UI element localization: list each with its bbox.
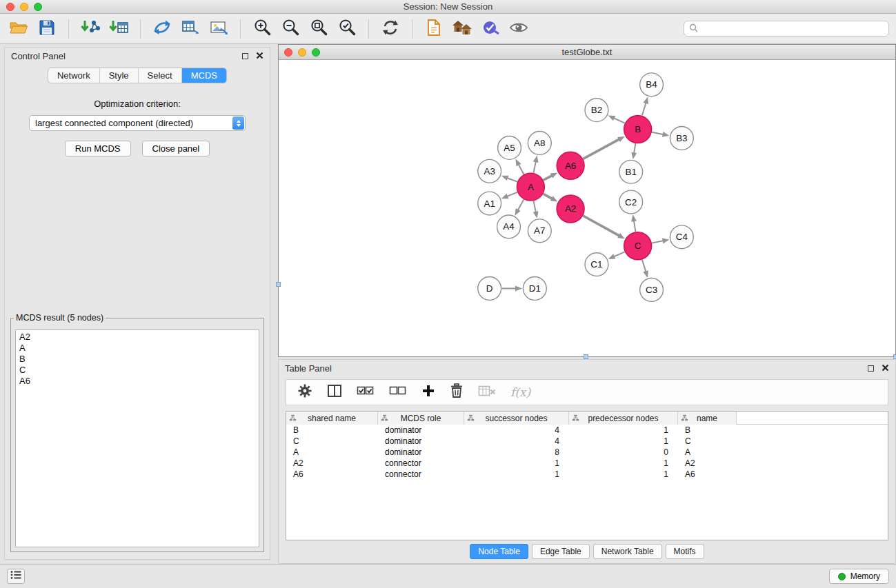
graph-edge[interactable] [534,201,536,212]
close-window-button[interactable] [6,3,14,11]
show-hide-button[interactable] [507,17,530,41]
add-column-button[interactable] [421,384,435,401]
graph-node-a3[interactable]: A3 [478,159,501,183]
graph-node-a4[interactable]: A4 [497,215,521,239]
result-item[interactable]: C [19,365,255,376]
graph-node-b4[interactable]: B4 [640,73,664,97]
table-row[interactable]: Adominator80A [286,447,888,458]
graph-node-d1[interactable]: D1 [523,277,546,301]
graph-node-c4[interactable]: C4 [670,225,693,249]
graph-node-c2[interactable]: C2 [619,190,643,214]
close-panel-button[interactable]: Close panel [142,141,210,156]
result-item[interactable]: A6 [19,376,255,387]
graph-edge[interactable] [614,252,624,256]
float-panel-icon[interactable] [868,365,874,372]
function-builder-button[interactable]: f(x) [510,385,530,399]
zoom-view-button[interactable] [312,48,320,57]
column-header[interactable]: successor nodes [464,412,569,425]
graph-edge[interactable] [583,216,619,236]
apply-layout-button[interactable] [379,17,402,41]
column-header[interactable]: predecessor nodes [569,412,678,425]
table-row[interactable]: Cdominator41C [286,436,888,447]
import-table-button[interactable] [107,17,130,41]
column-header[interactable]: name [678,412,737,425]
graph-node-a5[interactable]: A5 [498,136,521,159]
graph-node-b1[interactable]: B1 [619,160,643,183]
graph-node-a7[interactable]: A7 [528,219,551,243]
graph-node-a8[interactable]: A8 [528,132,551,155]
graph-edge[interactable] [544,194,552,199]
graph-node-c[interactable]: C [624,232,652,260]
graph-node-b2[interactable]: B2 [585,99,608,122]
tab-node-table[interactable]: Node Table [470,544,528,559]
graph-edge[interactable] [614,118,625,123]
tab-network[interactable]: Network [48,68,100,83]
minimize-view-button[interactable] [298,48,306,57]
result-item[interactable]: A [19,343,255,354]
graph-node-c3[interactable]: C3 [640,278,664,302]
zoom-fit-button[interactable] [307,17,330,41]
graph-node-a6[interactable]: A6 [557,152,584,179]
resize-handle[interactable] [276,282,281,287]
copy-document-button[interactable] [422,17,446,41]
table-row[interactable]: A6connector11A6 [286,469,888,480]
minimize-window-button[interactable] [20,3,28,11]
deselect-all-button[interactable] [389,384,407,401]
graph-node-d[interactable]: D [478,277,501,301]
graph-edge[interactable] [642,260,646,272]
close-panel-icon[interactable] [882,363,889,374]
graph-edge[interactable] [652,241,663,243]
result-item[interactable]: A2 [19,332,255,343]
network-svg[interactable]: B4B2BB3A5A8A6A3B1AC2A1A2A4A7C4CC1C3DD1 [279,61,895,356]
open-session-button[interactable] [7,17,30,41]
zoom-selected-button[interactable] [335,17,359,41]
column-header[interactable]: shared name [286,412,378,425]
graph-edge[interactable] [518,199,524,210]
delete-table-button[interactable] [478,384,496,401]
save-session-button[interactable] [35,17,59,41]
table-settings-button[interactable] [297,383,312,401]
graph-edge[interactable] [634,221,635,232]
result-item[interactable]: B [19,354,255,365]
zoom-out-button[interactable] [279,17,302,41]
graph-edge[interactable] [534,162,536,173]
close-panel-icon[interactable] [256,51,263,61]
graph-edge[interactable] [544,176,552,180]
export-image-button[interactable] [207,17,230,41]
graph-edge[interactable] [634,143,635,153]
table-row[interactable]: Bdominator41B [286,425,888,436]
task-history-button[interactable] [7,569,25,584]
graph-edge[interactable] [652,132,663,134]
resize-handle[interactable] [893,354,896,359]
zoom-window-button[interactable] [34,3,42,11]
column-header[interactable]: MCDS role [378,412,464,425]
zoom-in-button[interactable] [250,17,274,41]
network-canvas[interactable]: B4B2BB3A5A8A6A3B1AC2A1A2A4A7C4CC1C3DD1 [279,61,895,356]
graph-node-a2[interactable]: A2 [557,195,584,223]
show-columns-button[interactable] [327,383,342,401]
graph-edge[interactable] [642,103,646,116]
resize-handle[interactable] [584,354,588,359]
memory-button[interactable]: Memory [829,569,889,584]
graph-edge[interactable] [508,192,517,196]
delete-column-button[interactable] [450,383,464,401]
graph-node-a1[interactable]: A1 [478,192,501,215]
search-input[interactable] [701,24,884,34]
tab-motifs[interactable]: Motifs [666,544,704,559]
criterion-dropdown[interactable]: largest connected component (directed) [29,115,246,131]
select-all-button[interactable] [357,384,375,401]
tab-mcds[interactable]: MCDS [182,68,226,83]
graph-node-c1[interactable]: C1 [585,253,608,276]
float-panel-icon[interactable] [242,53,248,59]
tab-style[interactable]: Style [100,68,139,83]
graph-edge[interactable] [508,178,517,181]
tab-network-table[interactable]: Network Table [593,544,662,559]
tab-select[interactable]: Select [139,68,182,83]
graph-node-a[interactable]: A [517,173,544,201]
home-button[interactable] [450,17,474,41]
graph-node-b3[interactable]: B3 [670,127,693,150]
tab-edge-table[interactable]: Edge Table [532,544,590,559]
new-network-button[interactable] [150,17,174,41]
close-view-button[interactable] [284,48,292,57]
mcds-result-list[interactable]: A2ABCA6 [15,330,259,547]
